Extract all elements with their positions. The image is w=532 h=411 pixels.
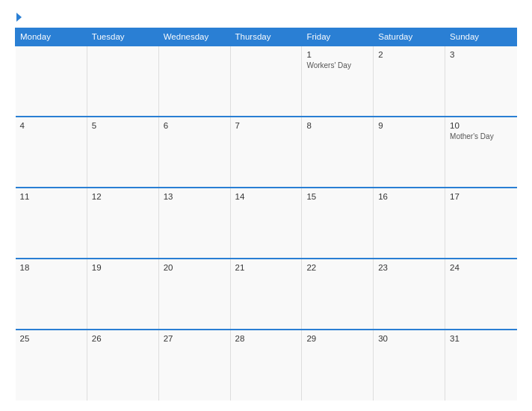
calendar-cell: 23 — [374, 259, 445, 330]
weekday-header-sunday: Sunday — [445, 28, 517, 46]
calendar-cell: 22 — [302, 259, 374, 330]
week-row-1: 1Workers' Day23 — [16, 46, 517, 117]
calendar-cell: 4 — [16, 117, 87, 188]
day-number: 20 — [164, 263, 226, 272]
calendar-cell: 24 — [445, 259, 517, 330]
holiday-label: Mother's Day — [450, 132, 512, 141]
calendar-cell: 5 — [87, 117, 158, 188]
weekday-header-row: MondayTuesdayWednesdayThursdayFridaySatu… — [16, 28, 517, 46]
calendar-cell — [87, 46, 158, 117]
week-row-2: 45678910Mother's Day — [16, 117, 517, 188]
calendar-cell: 10Mother's Day — [445, 117, 517, 188]
week-row-4: 18192021222324 — [16, 259, 517, 330]
day-number: 15 — [306, 192, 368, 201]
calendar-cell: 3 — [445, 46, 517, 117]
day-number: 19 — [92, 263, 154, 272]
calendar-cell: 13 — [158, 188, 230, 259]
day-number: 5 — [92, 121, 154, 130]
top-bar — [15, 13, 517, 22]
day-number: 21 — [235, 263, 297, 272]
calendar-cell — [158, 46, 230, 117]
day-number: 10 — [450, 121, 512, 130]
calendar-cell: 6 — [158, 117, 230, 188]
day-number: 6 — [164, 121, 226, 130]
calendar-cell: 21 — [230, 259, 302, 330]
calendar-cell: 26 — [87, 330, 158, 401]
calendar-cell: 9 — [374, 117, 445, 188]
calendar-cell: 16 — [374, 188, 445, 259]
day-number: 24 — [450, 263, 512, 272]
day-number: 18 — [20, 263, 82, 272]
calendar-cell: 29 — [302, 330, 374, 401]
calendar-cell: 19 — [87, 259, 158, 330]
week-row-3: 11121314151617 — [16, 188, 517, 259]
calendar-cell: 25 — [16, 330, 87, 401]
day-number: 16 — [378, 192, 440, 201]
weekday-header-wednesday: Wednesday — [158, 28, 230, 46]
calendar-cell: 1Workers' Day — [302, 46, 374, 117]
logo-blue-text — [15, 13, 22, 22]
calendar-cell — [16, 46, 87, 117]
holiday-label: Workers' Day — [306, 61, 368, 70]
calendar-cell: 7 — [230, 117, 302, 188]
day-number: 22 — [306, 263, 368, 272]
day-number: 29 — [306, 334, 368, 343]
calendar-cell: 11 — [16, 188, 87, 259]
weekday-header-tuesday: Tuesday — [87, 28, 158, 46]
calendar-table: MondayTuesdayWednesdayThursdayFridaySatu… — [15, 28, 517, 401]
calendar-cell: 17 — [445, 188, 517, 259]
day-number: 1 — [306, 50, 368, 59]
day-number: 12 — [92, 192, 154, 201]
calendar-cell: 31 — [445, 330, 517, 401]
weekday-header-saturday: Saturday — [374, 28, 445, 46]
calendar-cell: 30 — [374, 330, 445, 401]
calendar-cell: 8 — [302, 117, 374, 188]
day-number: 14 — [235, 192, 297, 201]
calendar-cell — [230, 46, 302, 117]
day-number: 28 — [235, 334, 297, 343]
calendar-cell: 14 — [230, 188, 302, 259]
weekday-header-thursday: Thursday — [230, 28, 302, 46]
day-number: 17 — [450, 192, 512, 201]
calendar-cell: 27 — [158, 330, 230, 401]
day-number: 7 — [235, 121, 297, 130]
week-row-5: 25262728293031 — [16, 330, 517, 401]
weekday-header-friday: Friday — [302, 28, 374, 46]
calendar-cell: 20 — [158, 259, 230, 330]
day-number: 2 — [378, 50, 440, 59]
day-number: 26 — [92, 334, 154, 343]
calendar-cell: 18 — [16, 259, 87, 330]
logo-triangle-icon — [16, 13, 22, 22]
logo — [15, 13, 22, 22]
day-number: 3 — [450, 50, 512, 59]
day-number: 4 — [20, 121, 82, 130]
day-number: 11 — [20, 192, 82, 201]
day-number: 31 — [450, 334, 512, 343]
day-number: 13 — [164, 192, 226, 201]
calendar-cell: 12 — [87, 188, 158, 259]
calendar-cell: 15 — [302, 188, 374, 259]
weekday-header-monday: Monday — [16, 28, 87, 46]
calendar-cell: 2 — [374, 46, 445, 117]
day-number: 8 — [306, 121, 368, 130]
day-number: 9 — [378, 121, 440, 130]
day-number: 25 — [20, 334, 82, 343]
day-number: 23 — [378, 263, 440, 272]
calendar-cell: 28 — [230, 330, 302, 401]
day-number: 27 — [164, 334, 226, 343]
day-number: 30 — [378, 334, 440, 343]
